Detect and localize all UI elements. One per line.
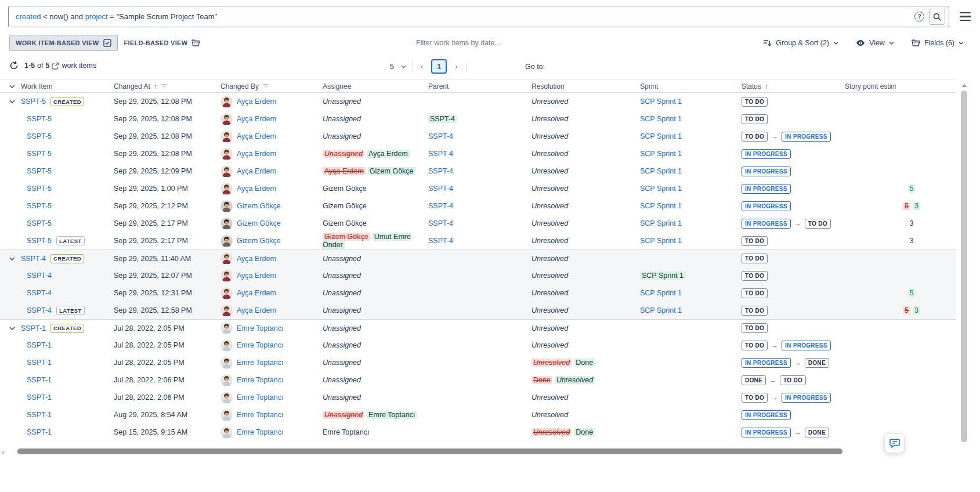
table-row[interactable]: SSPT-4 Sep 29, 2025, 12:07 PM Ayça Erdem…: [0, 267, 956, 284]
header-resolution[interactable]: Resolution: [531, 82, 565, 91]
table-row[interactable]: SSPT-1 CREATED Jul 28, 2022, 2:05 PM Emr…: [0, 319, 956, 337]
tab-field-based-view[interactable]: FIELD-BASED VIEW: [118, 35, 207, 50]
table-row[interactable]: SSPT-5 Sep 29, 2025, 12:08 PM Ayça Erdem…: [0, 128, 956, 145]
work-item-link[interactable]: SSPT-1: [27, 428, 52, 436]
view-menu[interactable]: View: [856, 39, 894, 47]
changed-by-link[interactable]: Ayça Erdem: [237, 306, 276, 314]
cell-link[interactable]: SCP Sprint 1: [640, 150, 682, 158]
header-parent[interactable]: Parent: [428, 82, 449, 91]
header-assignee[interactable]: Assignee: [323, 82, 351, 91]
next-page-button[interactable]: ›: [453, 61, 460, 72]
cell-link[interactable]: SCP Sprint 1: [640, 289, 682, 297]
jql-query-input[interactable]: created < now() and project = "Sample Sc…: [8, 6, 949, 27]
header-work-item[interactable]: Work Item: [21, 82, 52, 91]
jql-query-text[interactable]: created < now() and project = "Sample Sc…: [16, 12, 914, 21]
fields-menu[interactable]: Fields (6): [912, 39, 964, 47]
changed-by-link[interactable]: Ayça Erdem: [237, 184, 276, 193]
changed-by-link[interactable]: Gizem Gökçe: [237, 237, 281, 245]
changed-by-link[interactable]: Gizem Gökçe: [237, 219, 281, 227]
work-item-link[interactable]: SSPT-5: [27, 150, 52, 158]
search-button[interactable]: [929, 9, 945, 25]
filter-icon[interactable]: [262, 84, 269, 89]
group-sort-menu[interactable]: Group & Sort (2): [763, 39, 838, 47]
work-item-link[interactable]: SSPT-4: [27, 289, 52, 297]
work-item-link[interactable]: SSPT-1: [27, 393, 52, 401]
date-filter-input[interactable]: Filter work items by date...: [406, 39, 511, 47]
table-row[interactable]: SSPT-4 CREATED Sep 29, 2025, 11:40 AM Ay…: [0, 249, 956, 267]
cell-link[interactable]: SSPT-4: [428, 202, 453, 210]
work-item-link[interactable]: SSPT-1: [27, 341, 52, 349]
changed-by-link[interactable]: Ayça Erdem: [237, 115, 276, 123]
table-row[interactable]: SSPT-5 Sep 29, 2025, 2:12 PM Gizem Gökçe…: [0, 197, 956, 215]
chevron-down-icon[interactable]: [9, 327, 21, 330]
changed-by-link[interactable]: Emre Toptancı: [237, 393, 283, 401]
cell-link[interactable]: SSPT-4: [428, 237, 453, 245]
vertical-scrollbar[interactable]: [960, 81, 968, 464]
changed-by-link[interactable]: Ayça Erdem: [237, 132, 276, 140]
changed-by-link[interactable]: Ayça Erdem: [237, 272, 276, 280]
work-item-link[interactable]: SSPT-5: [27, 115, 52, 123]
work-item-link[interactable]: SSPT-5: [27, 219, 52, 227]
changed-by-link[interactable]: Ayça Erdem: [237, 167, 276, 175]
work-item-link[interactable]: SSPT-5: [27, 202, 52, 210]
work-item-link[interactable]: SSPT-4: [21, 255, 46, 263]
changed-by-link[interactable]: Emre Toptancı: [237, 428, 283, 436]
changed-by-link[interactable]: Emre Toptancı: [237, 324, 283, 332]
cell-link[interactable]: SSPT-4: [428, 150, 453, 158]
work-item-link[interactable]: SSPT-1: [21, 324, 46, 332]
collapse-all-chevron-icon[interactable]: [9, 85, 21, 88]
changed-by-link[interactable]: Ayça Erdem: [237, 255, 276, 263]
table-row[interactable]: SSPT-1 Sep 15, 2025, 9:15 AM Emre Toptan…: [0, 424, 956, 441]
work-item-link[interactable]: SSPT-4: [27, 306, 52, 314]
chevron-down-icon[interactable]: [9, 100, 21, 103]
cell-link[interactable]: SSPT-4: [428, 167, 453, 175]
cell-link[interactable]: SCP Sprint 1: [640, 97, 682, 106]
header-story-points[interactable]: Story point estimate: [845, 82, 896, 91]
changed-by-link[interactable]: Emre Toptancı: [237, 341, 283, 349]
work-item-link[interactable]: SSPT-1: [27, 376, 52, 384]
external-link-icon[interactable]: [52, 62, 59, 70]
scroll-up-icon[interactable]: [960, 81, 968, 89]
vertical-scrollbar-thumb[interactable]: [961, 91, 967, 442]
work-item-link[interactable]: SSPT-5: [27, 167, 52, 175]
changed-by-link[interactable]: Emre Toptancı: [237, 411, 283, 419]
table-row[interactable]: SSPT-5 Sep 29, 2025, 12:08 PM Ayça Erdem…: [0, 110, 956, 128]
table-row[interactable]: SSPT-4 LATEST Sep 29, 2025, 12:58 PM Ayç…: [0, 302, 956, 319]
feedback-button[interactable]: [884, 433, 905, 453]
work-item-link[interactable]: SSPT-5: [27, 132, 52, 140]
table-row[interactable]: SSPT-5 Sep 29, 2025, 12:09 PM Ayça Erdem…: [0, 162, 956, 180]
header-sprint[interactable]: Sprint: [640, 82, 658, 91]
work-item-link[interactable]: SSPT-5: [21, 97, 46, 106]
horizontal-scrollbar[interactable]: ‹: [0, 447, 980, 457]
horizontal-scrollbar-thumb[interactable]: [17, 448, 842, 454]
changed-by-link[interactable]: Ayça Erdem: [237, 97, 276, 106]
header-changed-at[interactable]: Changed At↑: [114, 82, 168, 91]
header-changed-by[interactable]: Changed By: [220, 82, 269, 91]
work-item-link[interactable]: SSPT-4: [27, 272, 52, 280]
changed-by-link[interactable]: Ayça Erdem: [237, 150, 276, 158]
cell-link[interactable]: SCP Sprint 1: [640, 237, 682, 245]
cell-link[interactable]: SCP Sprint 1: [640, 184, 682, 193]
cell-link[interactable]: SSPT-4: [428, 219, 453, 227]
table-row[interactable]: SSPT-5 CREATED Sep 29, 2025, 12:08 PM Ay…: [0, 93, 956, 110]
changed-by-link[interactable]: Gizem Gökçe: [237, 202, 281, 210]
table-row[interactable]: SSPT-1 Aug 29, 2025, 8:54 AM Emre Toptan…: [0, 406, 956, 424]
table-row[interactable]: SSPT-1 Jul 28, 2022, 2:05 PM Emre Toptan…: [0, 337, 956, 354]
changed-by-link[interactable]: Ayça Erdem: [237, 289, 276, 297]
prev-page-button[interactable]: ‹: [418, 61, 425, 72]
page-size-select[interactable]: 5: [390, 63, 406, 71]
table-row[interactable]: SSPT-5 Sep 29, 2025, 12:08 PM Ayça Erdem…: [0, 145, 956, 162]
changed-by-link[interactable]: Emre Toptancı: [237, 359, 283, 367]
table-row[interactable]: SSPT-1 Jul 28, 2022, 2:05 PM Emre Toptan…: [0, 354, 956, 371]
table-row[interactable]: SSPT-1 Jul 28, 2022, 2:06 PM Emre Toptan…: [0, 389, 956, 406]
cell-link[interactable]: SCP Sprint 1: [640, 167, 682, 175]
current-page[interactable]: 1: [431, 59, 447, 74]
scroll-left-icon[interactable]: ‹: [2, 448, 4, 457]
changed-by-link[interactable]: Emre Toptancı: [237, 376, 283, 384]
table-row[interactable]: SSPT-4 Sep 29, 2025, 12:31 PM Ayça Erdem…: [0, 284, 956, 302]
work-item-link[interactable]: SSPT-1: [27, 411, 52, 419]
cell-link[interactable]: SSPT-4: [428, 184, 453, 193]
menu-icon[interactable]: [957, 10, 973, 23]
table-row[interactable]: SSPT-1 Jul 28, 2022, 2:06 PM Emre Toptan…: [0, 371, 956, 389]
filter-icon[interactable]: [161, 84, 168, 89]
